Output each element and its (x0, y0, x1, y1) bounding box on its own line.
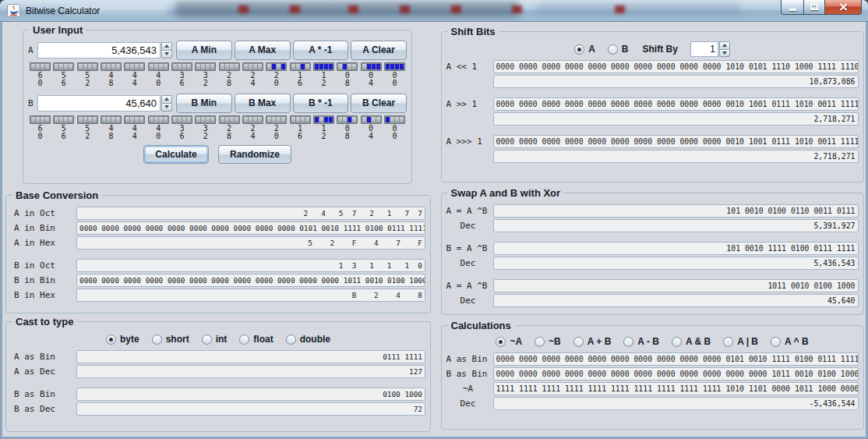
bit-checkbox[interactable] (154, 64, 158, 69)
bit-checkbox[interactable] (107, 64, 111, 69)
bit-checkbox[interactable] (376, 64, 380, 69)
cast-radio-4[interactable]: double (286, 334, 330, 345)
value-field[interactable]: 2 4 5 7 2 1 7 7 (76, 207, 425, 220)
dec-field[interactable]: 5,436,543 (493, 257, 859, 270)
bit-checkbox[interactable] (36, 64, 40, 69)
bit-checkbox[interactable] (41, 117, 44, 122)
calc-radio-6[interactable]: A ^ B (771, 336, 809, 347)
bit-checkbox[interactable] (301, 117, 305, 122)
maximize-button[interactable] (803, 0, 825, 15)
bit-checkbox[interactable] (196, 117, 200, 122)
binary-field[interactable]: 1011 0010 0100 1000 (493, 279, 859, 292)
bit-checkbox[interactable] (225, 64, 229, 69)
bit-checkbox[interactable] (230, 117, 234, 122)
bit-checkbox[interactable] (31, 64, 35, 69)
bit-checkbox[interactable] (249, 117, 252, 122)
bit-checkbox[interactable] (45, 117, 49, 122)
bit-checkbox[interactable] (206, 64, 210, 69)
bit-checkbox[interactable] (277, 117, 281, 122)
value-field[interactable]: 5 2 F 4 7 F (76, 236, 425, 250)
value-field[interactable]: B 2 4 8 (76, 289, 425, 302)
calc-radio-5[interactable]: A | B (723, 336, 758, 347)
bit-checkbox[interactable] (230, 64, 234, 69)
bit-checkbox[interactable] (362, 117, 366, 122)
bit-checkbox[interactable] (372, 64, 376, 69)
bit-checkbox[interactable] (187, 64, 191, 69)
randomize-button[interactable]: Randomize (218, 145, 291, 164)
bit-checkbox[interactable] (135, 117, 139, 122)
bit-checkbox[interactable] (258, 64, 262, 69)
bit-checkbox[interactable] (296, 117, 300, 122)
bit-checkbox[interactable] (253, 117, 257, 122)
bit-checkbox[interactable] (111, 64, 115, 69)
bit-checkbox[interactable] (305, 64, 309, 69)
bit-checkbox[interactable] (324, 64, 328, 69)
bit-checkbox[interactable] (150, 64, 153, 69)
a-value-spinner[interactable] (161, 42, 172, 58)
cast-radio-2[interactable]: int (202, 334, 228, 345)
bit-checkbox[interactable] (69, 64, 72, 69)
bit-checkbox[interactable] (130, 117, 134, 122)
bit-checkbox[interactable] (125, 64, 129, 69)
binary-field[interactable]: 0000 0000 0000 0000 0000 0000 0000 0000 … (493, 135, 859, 148)
dec-field[interactable]: 45,640 (493, 294, 859, 307)
bit-checkbox[interactable] (315, 64, 319, 69)
bit-checkbox[interactable] (93, 117, 97, 122)
dec-field[interactable]: 2,718,271 (493, 150, 859, 163)
minimize-button[interactable] (781, 0, 803, 15)
value-field[interactable]: 0000 0000 0000 0000 0000 0000 0000 0000 … (76, 221, 425, 235)
value-field[interactable]: 0000 0000 0000 0000 0000 0000 0000 0000 … (76, 274, 425, 287)
bit-checkbox[interactable] (372, 117, 376, 122)
bit-checkbox[interactable] (362, 64, 366, 69)
bit-checkbox[interactable] (352, 64, 356, 69)
bit-checkbox[interactable] (221, 64, 224, 69)
bit-checkbox[interactable] (59, 117, 63, 122)
bit-checkbox[interactable] (348, 64, 351, 69)
bit-checkbox[interactable] (187, 117, 191, 122)
b-button-1[interactable]: B Max (235, 94, 291, 113)
bit-checkbox[interactable] (79, 117, 83, 122)
bit-checkbox[interactable] (83, 117, 87, 122)
bit-checkbox[interactable] (139, 64, 143, 69)
bit-checkbox[interactable] (79, 64, 83, 69)
value-field[interactable]: 72 (76, 402, 425, 416)
shift-by-spin-buttons[interactable] (719, 41, 730, 57)
bit-checkbox[interactable] (135, 64, 139, 69)
cast-radio-0[interactable]: byte (106, 334, 139, 345)
bit-checkbox[interactable] (235, 117, 238, 122)
bit-checkbox[interactable] (319, 117, 323, 122)
bit-checkbox[interactable] (173, 64, 177, 69)
bit-checkbox[interactable] (55, 64, 58, 69)
bit-checkbox[interactable] (376, 117, 380, 122)
bit-checkbox[interactable] (107, 117, 111, 122)
bit-checkbox[interactable] (111, 117, 115, 122)
binary-field[interactable]: 101 0010 0100 0110 0011 0111 (493, 204, 859, 218)
bit-checkbox[interactable] (329, 64, 333, 69)
bit-checkbox[interactable] (225, 117, 229, 122)
bit-checkbox[interactable] (164, 117, 168, 122)
bit-checkbox[interactable] (305, 117, 309, 122)
bit-checkbox[interactable] (139, 117, 143, 122)
bit-checkbox[interactable] (182, 64, 186, 69)
b-button-2[interactable]: B * -1 (293, 94, 349, 113)
calculate-button[interactable]: Calculate (143, 145, 209, 164)
bit-checkbox[interactable] (130, 64, 134, 69)
cast-radio-1[interactable]: short (152, 334, 189, 345)
bit-checkbox[interactable] (272, 117, 276, 122)
value-field[interactable]: 0100 1000 (76, 388, 425, 401)
bit-checkbox[interactable] (55, 117, 58, 122)
bit-checkbox[interactable] (390, 64, 394, 69)
a-button-0[interactable]: A Min (176, 41, 232, 60)
bit-checkbox[interactable] (102, 117, 106, 122)
bit-checkbox[interactable] (64, 64, 68, 69)
titlebar[interactable]: Bitwise Calculator (0, 0, 868, 22)
bit-checkbox[interactable] (210, 64, 214, 69)
bit-checkbox[interactable] (348, 117, 351, 122)
bit-checkbox[interactable] (69, 117, 72, 122)
bit-checkbox[interactable] (281, 64, 285, 69)
bit-checkbox[interactable] (182, 117, 186, 122)
bit-checkbox[interactable] (291, 117, 295, 122)
shift-radio-b[interactable]: B (608, 44, 629, 55)
bit-checkbox[interactable] (31, 117, 35, 122)
binary-field[interactable]: 0000 0000 0000 0000 0000 0000 0000 0000 … (493, 60, 859, 73)
